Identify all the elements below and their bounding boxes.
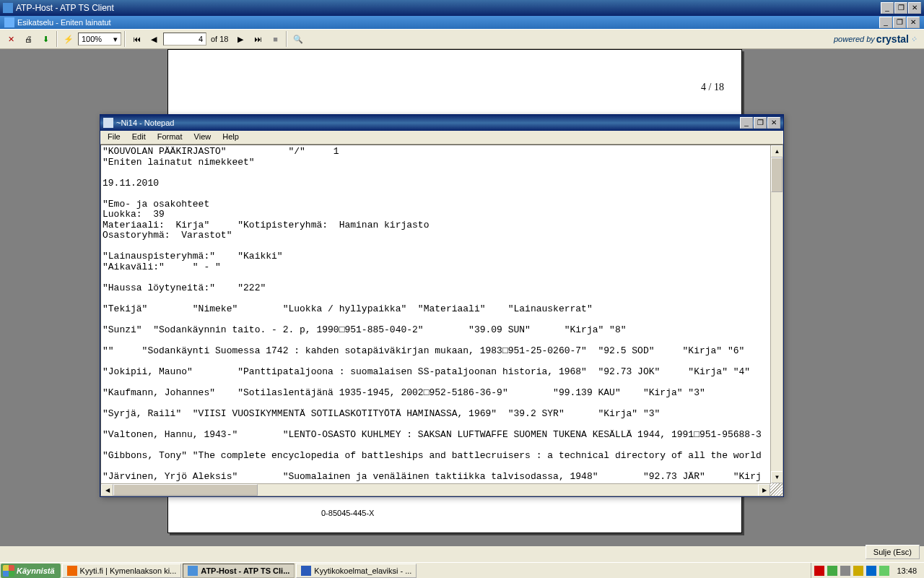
taskbar-clock[interactable]: 13:48 <box>892 566 921 575</box>
notepad-textarea[interactable]: "KOUVOLAN PÄÄKIRJASTO" "/" 1 "Eniten lai… <box>100 144 783 496</box>
page-number-input[interactable] <box>163 33 206 46</box>
crystal-logo: powered bycrystal <box>834 33 917 45</box>
word-icon <box>301 566 311 576</box>
app-icon <box>3 3 13 13</box>
stop-button[interactable]: ■ <box>267 31 283 47</box>
menu-edit[interactable]: Edit <box>126 131 152 144</box>
close-preview-button[interactable]: ✕ <box>3 31 19 47</box>
refresh-button[interactable]: ⚡ <box>61 31 77 47</box>
notepad-maximize-button[interactable]: ❐ <box>754 117 767 129</box>
menu-format[interactable]: Format <box>152 131 188 144</box>
page-footer-text: 0-85045-445-X <box>321 508 374 518</box>
sub-titlebar: Esikatselu - Eniten lainatut _ ❐ ✕ <box>0 16 924 29</box>
scroll-down-button[interactable]: ▼ <box>771 471 783 483</box>
tray-icon[interactable] <box>853 566 863 576</box>
last-page-button[interactable]: ⏭ <box>250 31 266 47</box>
notepad-icon <box>103 118 113 128</box>
resize-grip[interactable] <box>770 483 783 496</box>
taskbar-item[interactable]: Kyyti.fi | Kymenlaakson ki... <box>62 564 182 578</box>
notepad-hscrollbar[interactable]: ◀ ▶ <box>101 483 770 496</box>
vscroll-thumb[interactable] <box>771 158 783 192</box>
taskbar: Käynnistä Kyyti.fi | Kymenlaakson ki... … <box>0 562 924 578</box>
system-tray: 13:48 <box>811 563 924 578</box>
first-page-button[interactable]: ⏮ <box>128 31 144 47</box>
sub-title: Esikatselu - Eniten lainatut <box>17 18 879 27</box>
firefox-icon <box>67 566 77 576</box>
notepad-content[interactable]: "KOUVOLAN PÄÄKIRJASTO" "/" 1 "Eniten lai… <box>103 147 762 482</box>
taskbar-item[interactable]: ATP-Host - ATP TS Cli... <box>183 564 295 578</box>
hscroll-thumb[interactable] <box>113 484 258 496</box>
notepad-title: ~Ni14 - Notepad <box>116 118 740 127</box>
scroll-left-button[interactable]: ◀ <box>101 484 113 496</box>
notepad-titlebar[interactable]: ~Ni14 - Notepad _ ❐ ✕ <box>100 115 783 131</box>
notepad-menubar: File Edit Format View Help <box>100 131 783 144</box>
tray-icon[interactable] <box>879 566 889 576</box>
search-button[interactable]: 🔍 <box>290 31 306 47</box>
page-count-text: 4 / 18 <box>701 82 724 93</box>
menu-file[interactable]: File <box>102 131 126 144</box>
tray-icon[interactable] <box>814 566 824 576</box>
taskbar-item[interactable]: Kyytikokoelmat_elaviksi - ... <box>296 564 417 578</box>
preview-toolbar: ✕ 🖨 ⬇ ⚡ 100%▾ ⏮ ◀ of 18 ▶ ⏭ ■ 🔍 powered … <box>0 29 924 49</box>
atp-icon <box>188 566 198 576</box>
maximize-button[interactable]: ❐ <box>894 2 907 14</box>
notepad-minimize-button[interactable]: _ <box>740 117 753 129</box>
close-esc-button[interactable]: Sulje (Esc) <box>866 545 920 559</box>
scroll-up-button[interactable]: ▲ <box>771 145 783 158</box>
tray-icon[interactable] <box>866 566 876 576</box>
zoom-select[interactable]: 100%▾ <box>78 33 121 46</box>
notepad-vscrollbar[interactable]: ▲ ▼ <box>770 145 783 483</box>
start-button[interactable]: Käynnistä <box>1 564 61 578</box>
menu-view[interactable]: View <box>188 131 217 144</box>
menu-help[interactable]: Help <box>217 131 245 144</box>
prev-page-button[interactable]: ◀ <box>146 31 162 47</box>
main-title: ATP-Host - ATP TS Client <box>16 3 881 13</box>
page-of-label: of 18 <box>208 35 231 43</box>
close-button[interactable]: ✕ <box>908 2 921 14</box>
print-button[interactable]: 🖨 <box>20 31 36 47</box>
tray-icon[interactable] <box>840 566 850 576</box>
sub-minimize-button[interactable]: _ <box>879 17 892 28</box>
tray-icon[interactable] <box>827 566 837 576</box>
sub-maximize-button[interactable]: ❐ <box>893 17 906 28</box>
notepad-window: ~Ni14 - Notepad _ ❐ ✕ File Edit Format V… <box>100 114 784 497</box>
main-titlebar: ATP-Host - ATP TS Client _ ❐ ✕ <box>0 0 924 16</box>
notepad-close-button[interactable]: ✕ <box>767 117 780 129</box>
next-page-button[interactable]: ▶ <box>232 31 248 47</box>
minimize-button[interactable]: _ <box>881 2 894 14</box>
export-button[interactable]: ⬇ <box>38 31 53 47</box>
preview-icon <box>4 17 14 27</box>
scroll-right-button[interactable]: ▶ <box>758 484 770 496</box>
sub-close-button[interactable]: ✕ <box>907 17 920 28</box>
